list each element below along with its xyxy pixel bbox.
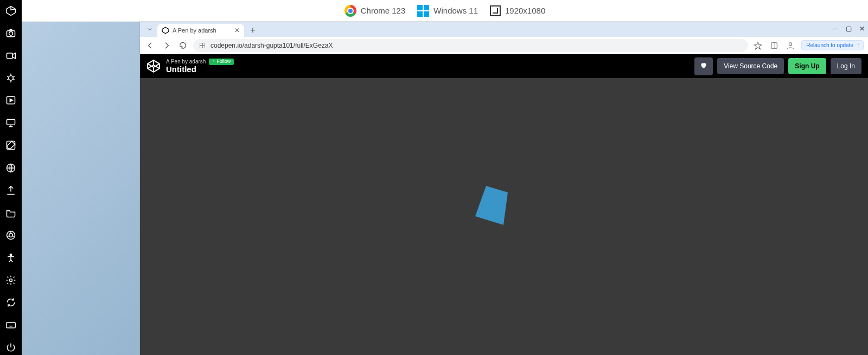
accessibility-icon[interactable] <box>3 250 18 265</box>
heart-icon <box>700 62 707 69</box>
svg-rect-22 <box>771 42 777 48</box>
new-tab-button[interactable]: + <box>246 24 259 37</box>
bug-icon[interactable] <box>3 70 18 85</box>
svg-rect-20 <box>203 46 205 48</box>
profile-icon[interactable] <box>785 40 796 51</box>
svg-marker-16 <box>162 27 169 34</box>
svg-rect-18 <box>203 43 205 45</box>
resolution-icon <box>490 5 501 16</box>
codepen-header-left: A Pen by adarsh + Follow Untitled <box>146 59 234 74</box>
globe-icon[interactable] <box>3 160 18 175</box>
svg-point-24 <box>789 42 792 45</box>
svg-point-5 <box>9 76 13 80</box>
meta-resolution: 1920x1080 <box>490 5 545 16</box>
codepen-byline-row: A Pen by adarsh + Follow <box>166 59 234 65</box>
heart-button[interactable] <box>694 57 713 75</box>
codepen-logo-icon <box>146 59 161 73</box>
meta-os-label: Windows 11 <box>433 6 478 15</box>
svg-rect-17 <box>200 43 202 45</box>
tool-rail <box>0 0 22 355</box>
edit-icon[interactable] <box>3 138 18 153</box>
svg-point-13 <box>10 254 11 255</box>
codepen-favicon-icon <box>162 27 169 34</box>
nav-forward-button[interactable] <box>161 40 173 51</box>
play-window-icon[interactable] <box>3 93 18 108</box>
windows-icon <box>417 5 429 17</box>
svg-point-12 <box>9 234 13 237</box>
site-info-icon[interactable] <box>199 42 206 49</box>
svg-point-14 <box>10 279 12 281</box>
tab-strip: A Pen by adarsh ✕ + — ▢ ✕ <box>140 22 868 37</box>
url-input[interactable]: codepen.io/adarsh-gupta101/full/ExGezaX <box>193 39 748 52</box>
view-source-button[interactable]: View Source Code <box>717 58 784 74</box>
url-text: codepen.io/adarsh-gupta101/full/ExGezaX <box>210 42 333 49</box>
address-actions: Relaunch to update <box>752 40 864 51</box>
tab-title: A Pen by adarsh <box>173 27 216 34</box>
meta-resolution-label: 1920x1080 <box>505 6 545 15</box>
desktop-background: A Pen by adarsh ✕ + — ▢ ✕ codepen.io/ada… <box>22 22 868 355</box>
tab-active[interactable]: A Pen by adarsh ✕ <box>157 24 244 37</box>
codepen-output-canvas <box>140 78 868 355</box>
video-icon[interactable] <box>3 48 18 63</box>
meta-browser-label: Chrome 123 <box>361 6 406 15</box>
window-minimize-button[interactable]: — <box>832 25 838 33</box>
keyboard-icon[interactable] <box>3 318 18 332</box>
codepen-pen-title: Untitled <box>166 65 234 74</box>
rotating-blue-shape <box>471 184 514 227</box>
refresh-icon[interactable] <box>3 295 18 310</box>
meta-os: Windows 11 <box>417 5 478 17</box>
upload-icon[interactable] <box>3 183 18 198</box>
nav-back-button[interactable] <box>144 40 156 51</box>
tab-close-icon[interactable]: ✕ <box>234 27 240 34</box>
codepen-header: A Pen by adarsh + Follow Untitled View S… <box>140 54 868 78</box>
svg-point-2 <box>9 32 13 36</box>
camera-icon[interactable] <box>3 25 18 40</box>
meta-browser: Chrome 123 <box>344 5 406 17</box>
power-icon[interactable] <box>3 340 18 355</box>
svg-rect-15 <box>7 322 16 328</box>
bookmark-star-icon[interactable] <box>752 40 763 51</box>
window-maximize-button[interactable]: ▢ <box>846 25 852 33</box>
codepen-header-right: View Source Code Sign Up Log In <box>694 57 861 75</box>
codepen-byline: A Pen by adarsh <box>166 59 206 64</box>
extension-panel-icon[interactable] <box>769 40 780 51</box>
svg-rect-19 <box>200 46 202 48</box>
main-stage: Chrome 123 Windows 11 1920x1080 A Pen by… <box>22 0 868 355</box>
monitor-icon[interactable] <box>3 115 18 130</box>
browser-window: A Pen by adarsh ✕ + — ▢ ✕ codepen.io/ada… <box>140 22 868 355</box>
svg-marker-4 <box>12 53 15 59</box>
svg-rect-8 <box>7 119 15 125</box>
gear-icon[interactable] <box>3 273 18 287</box>
svg-marker-21 <box>755 42 762 49</box>
svg-marker-7 <box>10 99 12 102</box>
logo-icon[interactable] <box>3 3 18 18</box>
svg-rect-3 <box>7 53 13 59</box>
chrome-icon <box>344 5 356 17</box>
login-button[interactable]: Log In <box>831 58 861 74</box>
chrome-outline-icon[interactable] <box>3 228 18 242</box>
signup-button[interactable]: Sign Up <box>788 58 826 74</box>
codepen-title-block: A Pen by adarsh + Follow Untitled <box>166 59 234 74</box>
address-bar: codepen.io/adarsh-gupta101/full/ExGezaX … <box>140 37 868 54</box>
nav-reload-button[interactable] <box>177 40 189 51</box>
window-controls: — ▢ ✕ <box>832 25 865 33</box>
svg-marker-28 <box>475 186 508 225</box>
window-close-button[interactable]: ✕ <box>859 25 865 33</box>
follow-button[interactable]: + Follow <box>209 59 234 65</box>
recent-tabs-button[interactable] <box>144 24 155 35</box>
folder-icon[interactable] <box>3 205 18 220</box>
environment-meta-bar: Chrome 123 Windows 11 1920x1080 <box>22 0 868 22</box>
relaunch-button[interactable]: Relaunch to update <box>801 40 864 50</box>
